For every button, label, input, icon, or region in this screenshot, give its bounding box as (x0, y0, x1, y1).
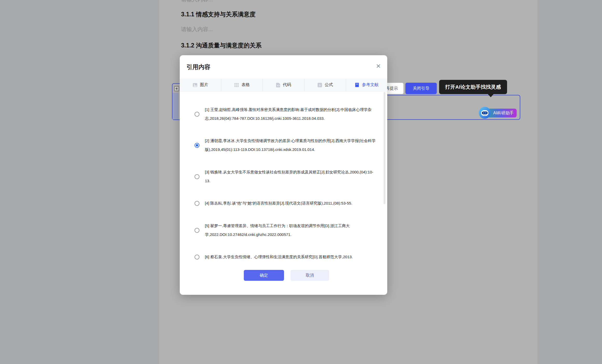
tab-code-label: 代码 (283, 82, 291, 88)
code-icon (276, 82, 281, 88)
tab-code[interactable]: 代码 (262, 79, 304, 91)
tab-formula[interactable]: fx 公式 (304, 79, 346, 91)
tab-references[interactable]: 参考文献 (346, 79, 387, 91)
reference-option-1[interactable]: [1] 王莹,赵锦哲,高峰强等.羞怯对亲密关系满意度的影响:基于成对数据的分析[… (180, 105, 387, 123)
guide-tooltip-text: 打开AI论文助手找找灵感 (445, 84, 501, 90)
close-guide-label: 关闭引导 (413, 86, 430, 91)
radio-unchecked-icon[interactable] (195, 112, 199, 117)
reference-text: [6] 蔡石泉.大学生负性情绪、心理弹性和生活满意度的关系研究[D].首都师范大… (205, 253, 378, 261)
tab-image[interactable]: 图片 (180, 79, 221, 91)
ai-assistant-label: AI科研助手 (493, 110, 514, 116)
reference-text: [4] 陈丛耘,李彤.谈“他”与“她”的语言性别差异[J].现代语文(语言研究版… (205, 199, 378, 208)
tab-formula-label: 公式 (325, 82, 333, 88)
confirm-button[interactable]: 确定 (244, 270, 284, 281)
reference-text: [1] 王莹,赵锦哲,高峰强等.羞怯对亲密关系满意度的影响:基于成对数据的分析[… (205, 105, 378, 123)
reference-text: [2] 潘朝霞,李冰冰.大学生负性情绪调节效力的差异:心理素质与性别的作用[J]… (205, 136, 378, 154)
reference-option-2[interactable]: [2] 潘朝霞,李冰冰.大学生负性情绪调节效力的差异:心理素质与性别的作用[J]… (180, 136, 387, 154)
cancel-label: 取消 (306, 273, 314, 278)
reference-option-6[interactable]: [6] 蔡石泉.大学生负性情绪、心理弹性和生活满意度的关系研究[D].首都师范大… (180, 253, 387, 261)
radio-unchecked-icon[interactable] (195, 255, 199, 260)
formula-icon: fx (317, 82, 322, 88)
reference-option-4[interactable]: [4] 陈丛耘,李彤.谈“他”与“她”的语言性别差异[J].现代语文(语言研究版… (180, 199, 387, 208)
tooltip-arrow-icon (488, 94, 494, 97)
reference-text: [5] 翟梦一.辱虐管理差异、情绪与员工工作行为：职场友谊的调节作用[D].浙江… (205, 221, 378, 239)
confirm-label: 确定 (260, 273, 268, 278)
selected-block-handle (172, 93, 178, 120)
radio-unchecked-icon[interactable] (195, 174, 199, 179)
image-icon (192, 82, 198, 88)
citation-tabbar: 图片 表格 代码 fx 公式 (180, 79, 387, 92)
reference-option-3[interactable]: [3] 钱焕琦.从女大学生不乐意做女性谈社会性别差异的形成及其矫正[J].妇女研… (180, 168, 387, 185)
list-scrollbar[interactable] (384, 92, 385, 204)
citation-modal: 引用内容 ✕ 图片 表格 (180, 55, 387, 295)
table-icon (234, 82, 239, 88)
reference-option-5[interactable]: [5] 翟梦一.辱虐管理差异、情绪与员工工作行为：职场友谊的调节作用[D].浙江… (180, 221, 387, 239)
add-block-button[interactable]: + (174, 86, 179, 91)
app-screen: 请输入内容... 3.1.1 情感支持与关系满意度 请输入内容... 3.1.2… (0, 0, 602, 364)
tab-references-label: 参考文献 (362, 82, 378, 88)
modal-title: 引用内容 (186, 63, 210, 71)
reference-text: [3] 钱焕琦.从女大学生不乐意做女性谈社会性别差异的形成及其矫正[J].妇女研… (205, 168, 378, 185)
tab-table[interactable]: 表格 (221, 79, 262, 91)
cancel-button[interactable]: 取消 (290, 270, 329, 281)
ai-assistant-badge[interactable]: AI科研助手 (487, 109, 517, 117)
guide-tooltip: 打开AI论文助手找找灵感 (439, 80, 507, 94)
tab-table-label: 表格 (241, 82, 250, 88)
reference-icon (355, 82, 359, 88)
tab-image-label: 图片 (200, 82, 208, 88)
svg-text:fx: fx (319, 84, 321, 87)
radio-unchecked-icon[interactable] (195, 228, 199, 233)
radio-unchecked-icon[interactable] (195, 201, 199, 206)
close-icon[interactable]: ✕ (375, 62, 382, 70)
close-guide-button[interactable]: 关闭引导 (405, 83, 437, 94)
robot-avatar-icon[interactable] (479, 107, 491, 119)
radio-checked-icon[interactable] (195, 143, 199, 148)
